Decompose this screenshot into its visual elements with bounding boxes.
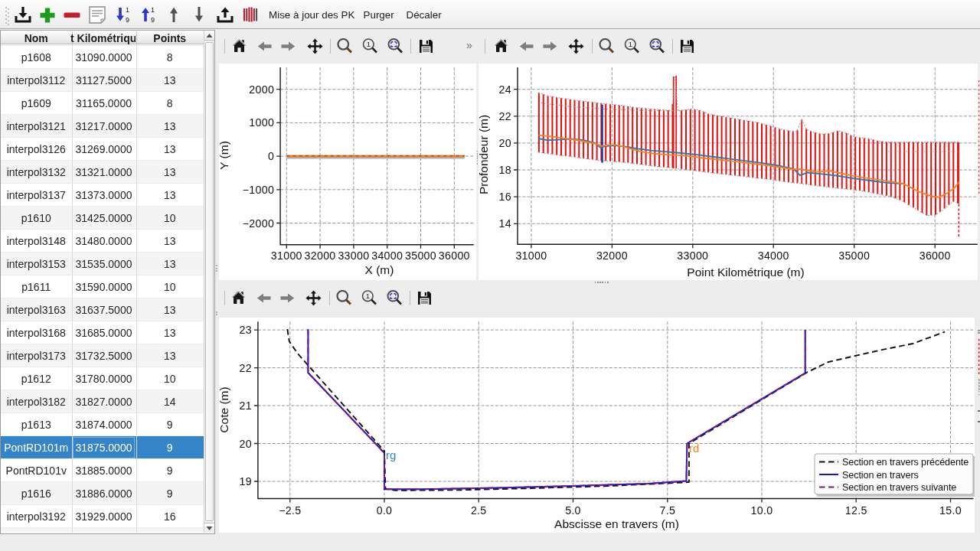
svg-text:5.0: 5.0 bbox=[565, 504, 581, 517]
svg-text:Section en travers précédente: Section en travers précédente bbox=[842, 457, 969, 468]
svg-text:35000: 35000 bbox=[838, 249, 870, 262]
svg-text:1: 1 bbox=[126, 7, 129, 14]
svg-text:35000: 35000 bbox=[405, 249, 436, 262]
svg-text:0: 0 bbox=[267, 150, 273, 162]
svg-text:16: 16 bbox=[499, 191, 511, 203]
svg-text:14: 14 bbox=[499, 217, 511, 230]
svg-text:rg: rg bbox=[386, 448, 396, 461]
svg-text:22: 22 bbox=[499, 110, 511, 122]
svg-text:1: 1 bbox=[367, 40, 371, 48]
svg-text:22: 22 bbox=[239, 361, 251, 373]
svg-text:32000: 32000 bbox=[596, 249, 628, 262]
svg-text:33000: 33000 bbox=[338, 249, 369, 262]
svg-text:Point Kilométrique (m): Point Kilométrique (m) bbox=[687, 266, 804, 279]
svg-text:15.0: 15.0 bbox=[939, 504, 962, 517]
svg-text:7.5: 7.5 bbox=[659, 504, 675, 517]
svg-text:rd: rd bbox=[689, 442, 699, 455]
svg-text:36000: 36000 bbox=[920, 249, 951, 262]
svg-text:34000: 34000 bbox=[371, 249, 403, 262]
svg-text:20: 20 bbox=[499, 137, 511, 149]
svg-text:−2.5: −2.5 bbox=[279, 504, 301, 517]
svg-text:18: 18 bbox=[499, 164, 511, 176]
svg-text:12.5: 12.5 bbox=[844, 504, 867, 517]
svg-text:X (m): X (m) bbox=[364, 263, 394, 276]
svg-text:33000: 33000 bbox=[677, 249, 708, 262]
svg-text:Section en travers: Section en travers bbox=[842, 469, 919, 480]
svg-text:19: 19 bbox=[239, 475, 251, 487]
svg-text:9: 9 bbox=[151, 16, 155, 23]
svg-text:−2000: −2000 bbox=[242, 217, 273, 230]
svg-text:0.0: 0.0 bbox=[376, 504, 392, 517]
svg-text:2.5: 2.5 bbox=[470, 504, 486, 517]
svg-text:2000: 2000 bbox=[249, 83, 274, 96]
svg-text:32000: 32000 bbox=[304, 249, 335, 262]
svg-text:1: 1 bbox=[151, 7, 155, 14]
svg-text:23: 23 bbox=[239, 324, 251, 336]
svg-text:31000: 31000 bbox=[515, 249, 547, 262]
svg-text:Cote (m): Cote (m) bbox=[219, 386, 230, 432]
svg-text:36000: 36000 bbox=[438, 249, 469, 262]
svg-text:Section en travers suivante: Section en travers suivante bbox=[842, 482, 956, 493]
svg-text:10.0: 10.0 bbox=[750, 504, 773, 517]
svg-text:24: 24 bbox=[499, 83, 511, 96]
svg-text:Profondeur (m): Profondeur (m) bbox=[479, 115, 490, 194]
svg-text:1000: 1000 bbox=[249, 116, 274, 129]
svg-text:1: 1 bbox=[628, 40, 632, 48]
svg-text:21: 21 bbox=[239, 399, 251, 412]
svg-text:Abscisse en travers (m): Abscisse en travers (m) bbox=[554, 517, 679, 530]
svg-text:31000: 31000 bbox=[270, 249, 302, 262]
svg-text:20: 20 bbox=[239, 437, 251, 449]
svg-text:Y (m): Y (m) bbox=[219, 141, 230, 170]
svg-text:1: 1 bbox=[365, 292, 369, 300]
svg-text:9: 9 bbox=[126, 16, 129, 23]
svg-text:34000: 34000 bbox=[758, 249, 789, 262]
svg-text:−1000: −1000 bbox=[242, 184, 273, 196]
